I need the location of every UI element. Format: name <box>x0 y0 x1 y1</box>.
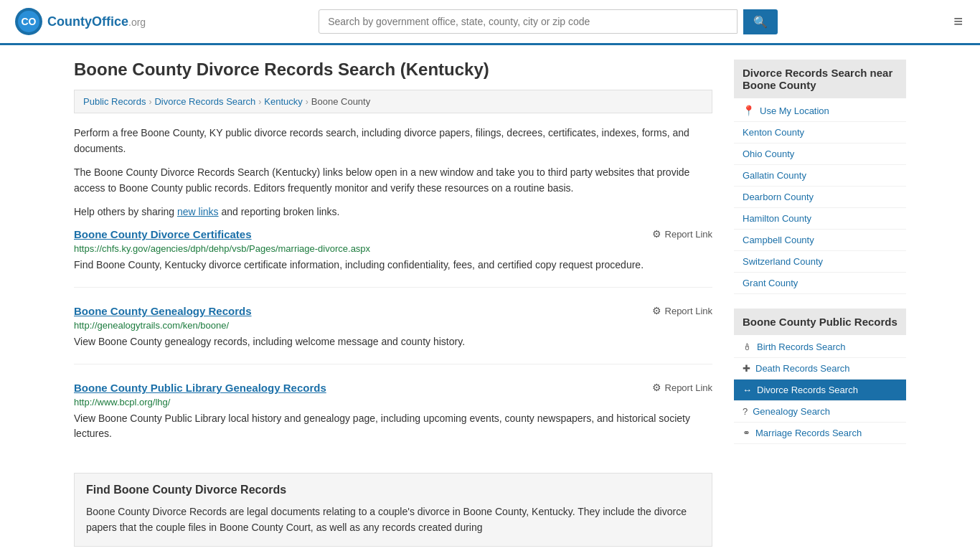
ohio-county-link[interactable]: Ohio County <box>743 149 794 159</box>
use-my-location-link[interactable]: Use My Location <box>760 105 829 116</box>
death-records-icon: ✚ <box>743 363 750 374</box>
report-icon: ⚙ <box>652 228 661 240</box>
report-icon: ⚙ <box>652 382 661 393</box>
sidebar-nearby-section: Divorce Records Search near Boone County… <box>734 60 906 294</box>
divorce-records-link[interactable]: Divorce Records Search <box>757 385 858 395</box>
breadcrumb-sep-3: › <box>306 97 308 107</box>
result-desc: View Boone County Public Library local h… <box>74 411 712 441</box>
search-input[interactable] <box>319 9 738 34</box>
sidebar-public-records-header: Boone County Public Records <box>734 309 906 335</box>
kenton-county-link[interactable]: Kenton County <box>743 127 804 138</box>
result-item: Boone County Divorce Certificates ⚙ Repo… <box>74 228 712 288</box>
result-url[interactable]: https://chfs.ky.gov/agencies/dph/dehp/vs… <box>74 243 712 254</box>
description-p1: Perform a free Boone County, KY public d… <box>74 125 712 157</box>
logo-text: CountyOffice.org <box>47 14 146 29</box>
new-links-link[interactable]: new links <box>177 206 219 217</box>
sidebar-item-divorce-records[interactable]: ↔ Divorce Records Search <box>734 380 906 401</box>
sidebar-item-genealogy[interactable]: ? Genealogy Search <box>734 401 906 423</box>
logo-area[interactable]: CO CountyOffice.org <box>14 7 146 36</box>
sidebar-item-marriage-records[interactable]: ⚭ Marriage Records Search <box>734 423 906 444</box>
result-url[interactable]: http://www.bcpl.org/lhg/ <box>74 397 712 408</box>
description-area: Perform a free Boone County, KY public d… <box>74 125 712 220</box>
switzerland-county-link[interactable]: Switzerland County <box>743 256 823 267</box>
death-records-link[interactable]: Death Records Search <box>755 363 850 374</box>
breadcrumb-public-records[interactable]: Public Records <box>83 96 146 107</box>
result-url[interactable]: http://genealogytrails.com/ken/boone/ <box>74 320 712 331</box>
find-title: Find Boone County Divorce Records <box>86 484 700 496</box>
result-desc: Find Boone County, Kentucky divorce cert… <box>74 258 712 273</box>
logo-icon: CO <box>14 7 43 36</box>
sidebar: Divorce Records Search near Boone County… <box>734 60 906 547</box>
result-header: Boone County Divorce Certificates ⚙ Repo… <box>74 228 712 240</box>
search-button[interactable]: 🔍 <box>743 9 778 34</box>
report-link[interactable]: ⚙ Report Link <box>652 228 712 240</box>
result-title[interactable]: Boone County Genealogy Records <box>74 305 252 317</box>
sidebar-item-hamilton[interactable]: Hamilton County <box>734 208 906 230</box>
divorce-records-icon: ↔ <box>743 385 752 395</box>
breadcrumb-boone-county: Boone County <box>311 96 370 107</box>
breadcrumb-sep-2: › <box>258 97 261 107</box>
description-p3: Help others by sharing new links and rep… <box>74 204 712 220</box>
sidebar-nearby-header: Divorce Records Search near Boone County <box>734 60 906 98</box>
sidebar-item-campbell[interactable]: Campbell County <box>734 230 906 251</box>
grant-county-link[interactable]: Grant County <box>743 278 798 288</box>
sidebar-public-records-section: Boone County Public Records 🕯 Birth Reco… <box>734 309 906 444</box>
hamilton-county-link[interactable]: Hamilton County <box>743 213 811 224</box>
genealogy-icon: ? <box>743 406 748 417</box>
sidebar-item-switzerland[interactable]: Switzerland County <box>734 251 906 273</box>
find-section: Find Boone County Divorce Records Boone … <box>74 473 712 547</box>
result-item: Boone County Genealogy Records ⚙ Report … <box>74 305 712 364</box>
sidebar-item-kenton[interactable]: Kenton County <box>734 122 906 143</box>
sidebar-item-dearborn[interactable]: Dearborn County <box>734 187 906 208</box>
birth-records-icon: 🕯 <box>743 342 752 352</box>
marriage-records-link[interactable]: Marriage Records Search <box>755 428 862 438</box>
marriage-records-icon: ⚭ <box>743 428 750 438</box>
menu-button[interactable]: ≡ <box>951 9 966 34</box>
results-list: Boone County Divorce Certificates ⚙ Repo… <box>74 228 712 456</box>
location-pin-icon: 📍 <box>743 105 755 116</box>
result-header: Boone County Public Library Genealogy Re… <box>74 382 712 394</box>
header: CO CountyOffice.org 🔍 ≡ <box>0 0 980 45</box>
genealogy-link[interactable]: Genealogy Search <box>753 406 830 417</box>
svg-text:CO: CO <box>22 16 37 27</box>
birth-records-link[interactable]: Birth Records Search <box>757 342 846 352</box>
breadcrumb-kentucky[interactable]: Kentucky <box>264 96 302 107</box>
result-header: Boone County Genealogy Records ⚙ Report … <box>74 305 712 317</box>
breadcrumb-divorce-records[interactable]: Divorce Records Search <box>154 96 255 107</box>
sidebar-item-birth-records[interactable]: 🕯 Birth Records Search <box>734 336 906 358</box>
sidebar-item-death-records[interactable]: ✚ Death Records Search <box>734 358 906 380</box>
description-p2: The Boone County Divorce Records Search … <box>74 164 712 197</box>
breadcrumb: Public Records › Divorce Records Search … <box>74 90 712 113</box>
sidebar-item-ohio[interactable]: Ohio County <box>734 143 906 165</box>
sidebar-item-use-location[interactable]: 📍 Use My Location <box>734 100 906 122</box>
gallatin-county-link[interactable]: Gallatin County <box>743 170 806 181</box>
breadcrumb-sep-1: › <box>149 97 151 107</box>
sidebar-item-gallatin[interactable]: Gallatin County <box>734 165 906 187</box>
search-area: 🔍 <box>319 9 778 34</box>
report-icon: ⚙ <box>652 305 661 316</box>
report-link[interactable]: ⚙ Report Link <box>652 305 712 316</box>
content-area: Boone County Divorce Records Search (Ken… <box>74 60 712 547</box>
find-desc: Boone County Divorce Records are legal d… <box>86 504 700 536</box>
sidebar-item-grant[interactable]: Grant County <box>734 273 906 294</box>
result-title[interactable]: Boone County Divorce Certificates <box>74 228 252 240</box>
dearborn-county-link[interactable]: Dearborn County <box>743 192 814 202</box>
main-layout: Boone County Divorce Records Search (Ken… <box>60 45 920 551</box>
result-desc: View Boone County genealogy records, inc… <box>74 334 712 349</box>
page-title: Boone County Divorce Records Search (Ken… <box>74 60 712 80</box>
result-title[interactable]: Boone County Public Library Genealogy Re… <box>74 382 326 394</box>
report-link[interactable]: ⚙ Report Link <box>652 382 712 393</box>
result-item: Boone County Public Library Genealogy Re… <box>74 382 712 456</box>
campbell-county-link[interactable]: Campbell County <box>743 235 814 245</box>
